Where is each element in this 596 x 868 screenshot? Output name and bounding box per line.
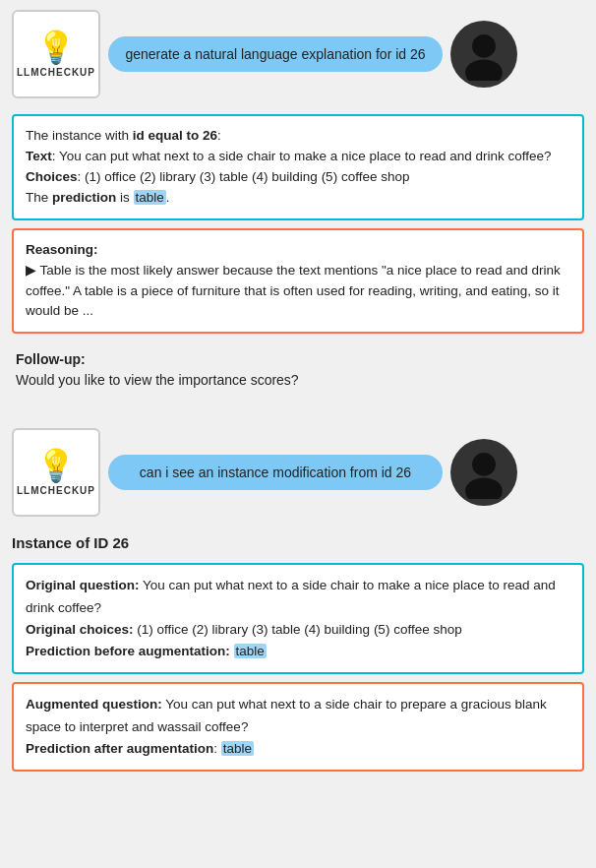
instance-title-2: Instance of ID 26 (0, 527, 596, 557)
section-divider (0, 406, 596, 418)
user-bubble-1: generate a natural language explanation … (108, 36, 443, 72)
followup-text: Would you like to view the importance sc… (16, 372, 299, 388)
instance-box-1: The instance with id equal to 26: Text: … (12, 114, 584, 220)
svg-point-3 (465, 478, 503, 500)
bulb-icon-1: 💡 (36, 31, 76, 63)
original-block: Original question: You can put what next… (12, 563, 584, 674)
augmented-question-line: Augmented question: You can put what nex… (26, 694, 570, 738)
bulb-icon-2: 💡 (36, 450, 76, 481)
avatar-icon-1 (457, 28, 510, 81)
logo-1: 💡 LLMCHECKUP (12, 10, 100, 98)
aug-p-highlight: table (221, 741, 254, 756)
orig-p-label: Prediction before augmentation: (26, 644, 230, 658)
chat-row-2: 💡 LLMCHECKUP can i see an instance modif… (0, 418, 596, 527)
followup-label: Follow-up: (16, 351, 86, 367)
section1: 💡 LLMCHECKUP generate a natural language… (0, 0, 596, 406)
text-label: Text (26, 149, 52, 163)
reasoning-box-1: Reasoning: ▶ Table is the most likely an… (12, 228, 584, 335)
avatar-2 (450, 439, 517, 506)
aug-q-label: Augmented question: (26, 697, 162, 712)
augmented-prediction-line: Prediction after augmentation: table (26, 738, 570, 760)
instance-line3: Choices: (1) office (2) library (3) tabl… (26, 167, 570, 188)
svg-point-1 (465, 59, 503, 81)
aug-p-label: Prediction after augmentation (26, 741, 213, 756)
user-bubble-2: can i see an instance modification from … (108, 455, 443, 490)
reasoning-title: Reasoning: (26, 240, 570, 261)
followup-area-1: Follow-up: Would you like to view the im… (12, 341, 584, 397)
original-prediction-line: Prediction before augmentation: table (26, 641, 570, 662)
content-area-1: The instance with id equal to 26: Text: … (0, 108, 596, 406)
content-area-2: Original question: You can put what next… (0, 557, 596, 789)
svg-point-0 (472, 34, 496, 58)
orig-q-label: Original question: (26, 578, 140, 592)
orig-c-text: (1) office (2) library (3) table (4) bui… (134, 622, 462, 637)
avatar-1 (450, 21, 517, 88)
logo-text-1: LLMCHECKUP (17, 67, 95, 78)
section2: 💡 LLMCHECKUP can i see an instance modif… (0, 406, 596, 789)
logo-2: 💡 LLMCHECKUP (12, 428, 100, 517)
instance-line1: The instance with id equal to 26: (26, 126, 570, 147)
instance-line2: Text: You can put what next to a side ch… (26, 147, 570, 167)
prediction-highlight-1: table (134, 190, 166, 205)
reasoning-text: ▶ Table is the most likely answer becaus… (26, 261, 570, 323)
svg-point-2 (472, 453, 496, 476)
chat-row-1: 💡 LLMCHECKUP generate a natural language… (0, 0, 596, 108)
orig-p-highlight: table (234, 644, 267, 658)
original-choices-line: Original choices: (1) office (2) library… (26, 619, 570, 641)
avatar-icon-2 (457, 446, 510, 499)
prediction-label: prediction (52, 190, 116, 205)
choices-label: Choices (26, 169, 78, 184)
instance-id-bold: id equal to 26 (133, 128, 217, 143)
instance-line4: The prediction is table. (26, 188, 570, 209)
augmented-block: Augmented question: You can put what nex… (12, 682, 584, 772)
original-question-line: Original question: You can put what next… (26, 575, 570, 619)
logo-text-2: LLMCHECKUP (17, 485, 95, 496)
orig-c-label: Original choices: (26, 622, 134, 637)
